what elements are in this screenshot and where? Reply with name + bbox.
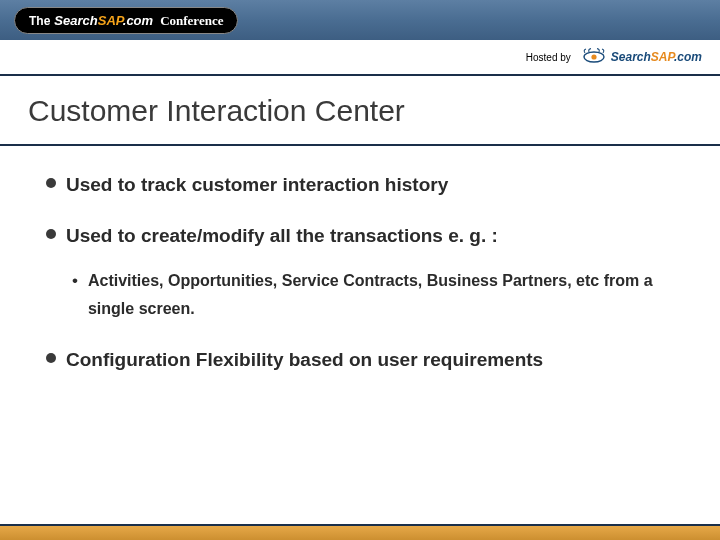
page-title: Customer Interaction Center [0, 76, 720, 146]
hosted-logo-text: SearchSAP.com [611, 50, 702, 64]
sub-bullet-dot-icon: • [72, 267, 78, 294]
logo-search: Search [611, 50, 651, 64]
hosted-logo: SearchSAP.com [581, 47, 702, 67]
banner-the: The [29, 14, 50, 28]
bullet-text: Used to track customer interaction histo… [66, 170, 448, 199]
eye-icon [581, 47, 607, 67]
top-banner: The SearchSAP.com Conference [0, 0, 720, 40]
banner-com: .com [123, 13, 153, 28]
hosted-bar: Hosted by SearchSAP.com [0, 40, 720, 76]
content-area: Used to track customer interaction histo… [0, 146, 720, 374]
logo-com: .com [674, 50, 702, 64]
bullet-text: Configuration Flexibility based on user … [66, 345, 543, 374]
footer-stripe [0, 526, 720, 540]
banner-search: Search [54, 13, 97, 28]
banner-sap: SAP [98, 13, 123, 28]
bullet-item: Used to create/modify all the transactio… [46, 221, 682, 250]
logo-sap: SAP [651, 50, 674, 64]
hosted-by-label: Hosted by [526, 52, 571, 63]
footer-bar [0, 524, 720, 540]
bullet-dot-icon [46, 229, 56, 239]
bullet-dot-icon [46, 353, 56, 363]
banner-badge: The SearchSAP.com Conference [14, 7, 238, 34]
banner-conference: Conference [160, 13, 223, 29]
bullet-item: Configuration Flexibility based on user … [46, 345, 682, 374]
svg-point-1 [591, 54, 596, 59]
bullet-dot-icon [46, 178, 56, 188]
sub-bullet-text: Activities, Opportunities, Service Contr… [88, 267, 682, 323]
bullet-item: Used to track customer interaction histo… [46, 170, 682, 199]
sub-bullet-item: • Activities, Opportunities, Service Con… [72, 267, 682, 323]
bullet-text: Used to create/modify all the transactio… [66, 221, 498, 250]
